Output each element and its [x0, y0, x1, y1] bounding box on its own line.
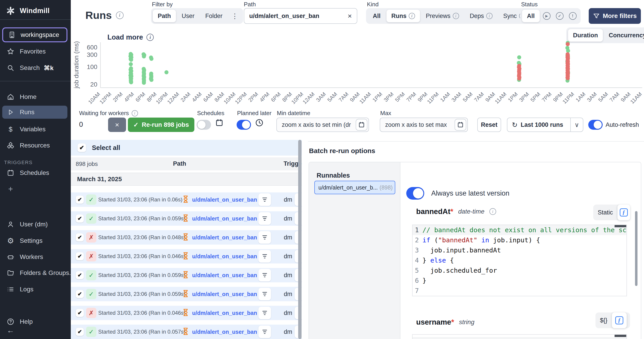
sidebar-item-favorites[interactable]: Favorites [0, 45, 71, 58]
run-path-link[interactable]: u/dm/alert_on_user_ban [192, 253, 257, 260]
search-shortcut: ⌘k [44, 64, 54, 72]
row-checkbox[interactable]: ✔ [76, 309, 84, 317]
table-row[interactable]: ✔ ✓ Started 31/03, 23:06 (Ran in 0.06s) … [71, 192, 302, 207]
table-row[interactable]: ✔ ✓ Started 31/03, 23:06 (Ran in 0.057s)… [71, 324, 302, 339]
select-all-checkbox[interactable]: ✔ [78, 143, 86, 152]
filter-option-path[interactable]: Path [153, 10, 176, 22]
filter-option-folder[interactable]: Folder [200, 10, 228, 22]
table-row[interactable]: ✔ ✗ Started 31/03, 23:06 (Ran in 0.048s)… [71, 230, 302, 245]
info-icon: i [409, 13, 415, 19]
svg-text:7PM: 7PM [541, 91, 553, 103]
table-row[interactable]: ✔ ✗ Started 31/03, 23:06 (Ran in 0.046s)… [71, 249, 302, 263]
svg-text:11PM: 11PM [561, 91, 575, 105]
svg-text:100: 100 [87, 63, 97, 70]
path-filter-input[interactable]: u/dm/alert_on_user_ban × [244, 8, 357, 24]
sidebar-item-runs[interactable]: Runs [2, 106, 68, 119]
row-checkbox[interactable]: ✔ [76, 214, 84, 223]
sidebar-item-variables[interactable]: $ Variables [0, 123, 71, 136]
function-icon: ƒ [615, 316, 623, 324]
status-option-all[interactable]: All [522, 10, 540, 22]
args-button[interactable] [258, 288, 271, 300]
row-checkbox[interactable]: ✔ [76, 252, 84, 260]
javascript-mode-button[interactable]: ƒ [618, 205, 630, 220]
sidebar-item-schedules[interactable]: Schedules [0, 166, 71, 179]
run-path-link[interactable]: u/dm/alert_on_user_ban [192, 310, 257, 316]
info-icon[interactable]: i [490, 208, 496, 215]
mode-static-option[interactable]: Static [593, 209, 618, 216]
sidebar-item-home[interactable]: Home [0, 90, 71, 103]
kind-option-deps[interactable]: Depsi [465, 10, 498, 22]
max-datetime-input[interactable]: zoom x axis to set max [380, 118, 468, 132]
sidebar-item-resources[interactable]: Resources [0, 139, 71, 152]
reset-button[interactable]: Reset [477, 118, 501, 132]
args-button[interactable] [258, 307, 271, 319]
calendar-picker-button[interactable] [356, 119, 368, 131]
table-row[interactable]: ✔ ✓ Started 31/03, 23:06 (Ran in 0.059s)… [71, 287, 302, 301]
status-running-icon[interactable]: ▶ [541, 10, 553, 22]
runnable-item[interactable]: u/dm/alert_on_user_b... (898) [314, 181, 395, 194]
runs-range-select[interactable]: ↻ Last 1000 runs ∨ [507, 118, 583, 132]
row-checkbox[interactable]: ✔ [76, 328, 84, 336]
sidebar-add-button[interactable]: + [0, 183, 71, 196]
kebab-menu-icon[interactable]: ⋮ [228, 10, 241, 22]
sidebar-item-logs[interactable]: Logs [0, 283, 71, 296]
schedules-toggle[interactable] [196, 120, 211, 130]
status-success-icon[interactable]: ✓ [554, 10, 566, 22]
run-path-link[interactable]: u/dm/alert_on_user_ban [192, 329, 257, 335]
sidebar-item-user[interactable]: User (dm) [0, 218, 71, 231]
args-button[interactable] [258, 231, 271, 244]
javascript-mode-button[interactable]: ƒ [612, 312, 627, 328]
autorefresh-toggle[interactable] [588, 120, 603, 130]
clear-path-icon[interactable]: × [343, 12, 357, 20]
run-path-link[interactable]: u/dm/alert_on_user_ban [192, 291, 257, 297]
args-button[interactable] [258, 325, 271, 338]
status-failure-icon[interactable]: ! [567, 10, 579, 22]
editor-hscrollbar[interactable] [614, 335, 626, 337]
sidebar-item-settings[interactable]: ⚙ Settings [0, 234, 71, 247]
table-row[interactable]: ✔ ✓ Started 31/03, 23:06 (Ran in 0.059s)… [71, 211, 302, 226]
latest-version-toggle[interactable] [406, 187, 424, 200]
run-path-link[interactable]: u/dm/alert_on_user_ban [192, 272, 257, 278]
info-icon[interactable]: i [116, 12, 124, 19]
filter-option-user[interactable]: User [177, 10, 200, 22]
min-datetime-input[interactable]: zoom x axis to set min (dr [276, 118, 369, 132]
more-filters-button[interactable]: More filters [589, 8, 641, 24]
sidebar-item-folders[interactable]: Folders & Groups... [0, 266, 71, 279]
args-button[interactable] [258, 212, 271, 225]
kind-option-previews[interactable]: Previewsi [421, 10, 464, 22]
mode-template-option[interactable]: ${} [596, 317, 612, 324]
row-checkbox[interactable]: ✔ [76, 271, 84, 279]
cancel-selection-button[interactable]: × [108, 118, 126, 132]
run-path-link[interactable]: u/dm/alert_on_user_ban [192, 215, 257, 222]
rerun-jobs-button[interactable]: ✓Re-run 898 jobs [128, 118, 194, 132]
sidebar-collapse-button[interactable]: ← [0, 324, 71, 336]
bannedat-code-editor[interactable]: 1// bannedAt does not exist on all versi… [412, 225, 627, 296]
duration-scatter-chart[interactable]: 60030010020job duration (ms)10AM12PM2PM4… [71, 33, 644, 108]
table-row[interactable]: ✔ ✗ Started 31/03, 23:06 (Ran in 0.046s)… [71, 306, 302, 320]
kind-option-all[interactable]: All [368, 10, 386, 22]
args-button[interactable] [258, 269, 271, 281]
editor-hscrollbar[interactable] [614, 225, 626, 227]
username-mode-segmented: ${} ƒ [596, 312, 630, 328]
args-button[interactable] [258, 250, 271, 262]
run-path-link[interactable]: u/dm/alert_on_user_ban [192, 234, 257, 241]
workspace-switcher[interactable]: workingspace [2, 28, 68, 42]
run-path-link[interactable]: u/dm/alert_on_user_ban [192, 196, 257, 203]
svg-text:5AM: 5AM [597, 91, 609, 103]
calendar-picker-button[interactable] [454, 119, 466, 131]
list-scrollbar[interactable] [298, 140, 302, 339]
batch-panel-scrollbar[interactable] [635, 211, 638, 286]
sidebar-item-search[interactable]: Search ⌘k [0, 61, 71, 74]
star-icon [7, 48, 14, 55]
planned-later-toggle[interactable] [236, 120, 251, 130]
row-checkbox[interactable]: ✔ [76, 290, 84, 298]
kind-option-runs[interactable]: Runsi [386, 10, 420, 22]
chevron-down-icon[interactable]: ∨ [571, 121, 583, 129]
args-button[interactable] [258, 193, 271, 206]
sidebar-item-workers[interactable]: Workers [0, 250, 71, 263]
table-row[interactable]: ✔ ✓ Started 31/03, 23:06 (Ran in 0.059s)… [71, 268, 302, 282]
username-code-editor[interactable]: 1"@" + job.input.username [412, 334, 627, 339]
sidebar: Windmill workingspace Favorites Search ⌘… [0, 0, 71, 339]
row-checkbox[interactable]: ✔ [76, 233, 84, 241]
row-checkbox[interactable]: ✔ [76, 196, 84, 204]
